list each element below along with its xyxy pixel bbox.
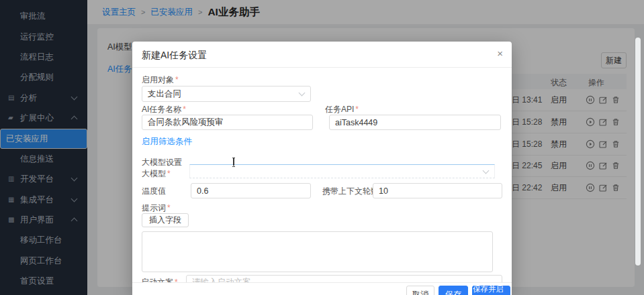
required-mark: * bbox=[175, 75, 179, 84]
model-select[interactable] bbox=[189, 164, 495, 178]
chevron-down-icon bbox=[299, 90, 306, 97]
model-label: 大模型* bbox=[142, 168, 171, 180]
page-scrollbar-thumb[interactable] bbox=[635, 38, 641, 266]
enable-filter-link[interactable]: 启用筛选条件 bbox=[142, 136, 192, 148]
model-section-label: 大模型设置 bbox=[142, 157, 182, 168]
required-mark: * bbox=[167, 169, 171, 178]
task-api-label: 任务API* bbox=[325, 104, 359, 115]
modal-title: 新建AI任务设置 bbox=[142, 50, 207, 62]
modal-header: 新建AI任务设置 × bbox=[132, 42, 512, 68]
chevron-down-icon bbox=[483, 167, 490, 174]
cancel-button[interactable]: 取消 bbox=[406, 286, 434, 295]
save-and-enable-button[interactable]: 保存并启用 bbox=[472, 286, 510, 295]
required-mark: * bbox=[355, 105, 359, 114]
task-name-input[interactable] bbox=[142, 115, 313, 130]
prompt-label: 提示词* bbox=[142, 202, 171, 214]
required-mark: * bbox=[167, 203, 171, 213]
insert-field-button[interactable]: 插入字段 bbox=[142, 213, 189, 227]
enable-target-value: 支出合同 bbox=[148, 88, 181, 100]
close-icon[interactable]: × bbox=[497, 48, 503, 58]
modal-footer: 取消 保存 保存并启用 bbox=[132, 282, 512, 295]
enable-target-label: 启用对象* bbox=[142, 74, 179, 86]
task-name-label: AI任务名称* bbox=[142, 104, 186, 115]
context-rounds-input[interactable] bbox=[373, 183, 502, 198]
required-mark: * bbox=[183, 105, 186, 114]
save-button[interactable]: 保存 bbox=[439, 286, 468, 295]
new-ai-task-modal: 新建AI任务设置 × 启用对象* 支出合同 AI任务名称* 任务API* 启用筛… bbox=[132, 42, 512, 295]
temperature-input[interactable] bbox=[191, 183, 311, 198]
app-window: 流程设计 审批流 运行监控 流程日志 分配规则 ▤ 分析 ▰ 扩展中心 已安装应… bbox=[0, 0, 644, 295]
enable-target-select[interactable]: 支出合同 bbox=[142, 86, 311, 102]
prompt-textarea[interactable] bbox=[142, 231, 493, 272]
task-api-input[interactable] bbox=[329, 115, 501, 130]
temperature-label: 温度值 bbox=[142, 186, 166, 197]
text-cursor bbox=[231, 158, 236, 166]
